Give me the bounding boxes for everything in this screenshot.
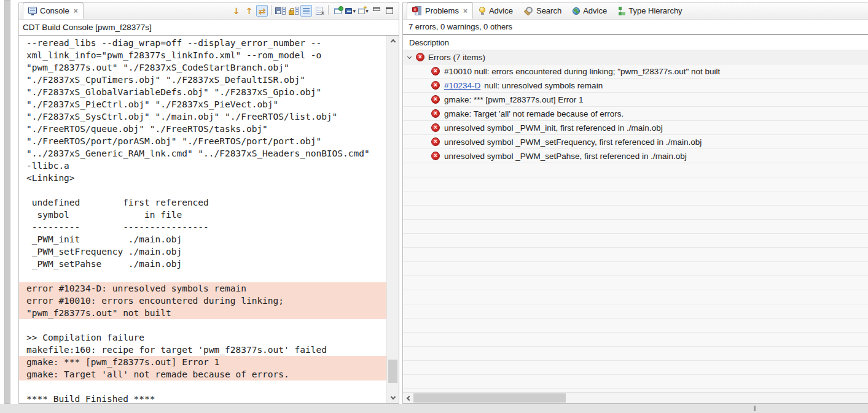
display-selected-console-button[interactable]: ▾ — [345, 5, 356, 17]
empty-row — [403, 304, 868, 318]
problems-view: × Problems × Advice Search Advice Type H… — [402, 2, 868, 404]
empty-row — [403, 206, 868, 220]
tab-advice-web[interactable]: Advice — [568, 2, 612, 19]
advice-tab-label: Advice — [489, 6, 513, 15]
next-error-button[interactable]: ↓ — [230, 5, 242, 17]
word-wrap-button[interactable] — [300, 5, 312, 17]
problem-text: unresolved symbol _PWM_init, first refer… — [444, 123, 663, 133]
console-vertical-scrollbar[interactable] — [386, 36, 399, 403]
problem-row[interactable]: ×#10234-Dnull: unresolved symbols remain — [403, 79, 868, 93]
show-error-in-context-button[interactable]: ⇄ — [256, 5, 268, 17]
error-icon: × — [431, 67, 440, 75]
close-icon[interactable]: × — [463, 7, 467, 15]
scrollbar-thumb[interactable] — [388, 360, 397, 383]
search-tab-label: Search — [536, 6, 561, 15]
maximize-icon — [386, 7, 393, 14]
chevron-down-icon[interactable] — [407, 54, 412, 58]
errors-group-label: Errors (7 items) — [428, 53, 485, 62]
up-arrow-icon: ↑ — [246, 7, 253, 15]
console-line: <Linking> — [19, 172, 386, 184]
scroll-down-button[interactable] — [387, 393, 399, 403]
console-line: "./FreeRTOS/queue.obj" "./FreeRTOS/tasks… — [19, 123, 386, 135]
console-tab-label: Console — [40, 6, 69, 15]
empty-row — [403, 177, 868, 191]
console-error-line[interactable]: gmake: Target 'all' not remade because o… — [19, 368, 386, 380]
open-console-button[interactable]: ▾ — [358, 5, 369, 17]
clear-page-icon — [316, 7, 323, 15]
console-line — [19, 319, 386, 331]
tab-advice-ccs[interactable]: Advice — [474, 2, 518, 19]
problem-row[interactable]: ×gmake: Target 'all' not remade because … — [403, 107, 868, 121]
minimize-icon — [373, 7, 380, 11]
problem-row[interactable]: ×#10010 null: errors encountered during … — [403, 64, 868, 79]
window-bottom-strip — [0, 404, 868, 413]
console-line: "./F2837xS_CpuTimers.obj" "./F2837xS_Def… — [19, 74, 386, 86]
problem-description: unresolved symbol _PWM_setPahse, first r… — [444, 152, 687, 161]
scroll-left-button[interactable] — [403, 393, 413, 403]
save-console-button[interactable] — [275, 5, 286, 17]
console-error-line[interactable]: error #10234-D: unresolved symbols remai… — [19, 282, 386, 295]
console-line: _PWM_setPahse ./main.obj — [19, 258, 386, 270]
close-icon[interactable]: × — [74, 7, 78, 15]
error-badge-icon: × — [412, 7, 418, 12]
description-column-header[interactable]: Description — [403, 35, 868, 50]
console-line: makefile:160: recipe for target 'pwm_f28… — [19, 344, 386, 356]
problems-tree: Description × Errors (7 items) ×#10010 n… — [403, 34, 868, 392]
console-error-line[interactable]: "pwm_f28377s.out" not built — [19, 307, 386, 319]
tab-console[interactable]: Console × — [23, 2, 84, 19]
console-line: "./F2837xS_GlobalVariableDefs.obj" "./F2… — [19, 86, 386, 98]
empty-row — [403, 262, 868, 276]
console-line: symbol in file — [19, 209, 386, 221]
console-error-line[interactable]: error #10010: errors encountered during … — [19, 295, 386, 307]
problem-text: gmake: *** [pwm_f28377s.out] Error 1 — [444, 95, 584, 104]
console-line: -llibc.a — [19, 160, 386, 172]
problem-row[interactable]: ×unresolved symbol _PWM_setPahse, first … — [403, 149, 868, 163]
lightbulb-icon — [479, 7, 485, 13]
pin-console-button[interactable] — [332, 5, 343, 17]
problems-horizontal-scrollbar[interactable] — [403, 392, 868, 403]
problems-tabbar: × Problems × Advice Search Advice Type H… — [403, 2, 868, 20]
clear-console-button[interactable] — [313, 5, 325, 17]
problems-tab-label: Problems — [425, 6, 459, 15]
error-icon: × — [431, 152, 440, 160]
previous-error-button[interactable]: ↑ — [243, 5, 255, 17]
scrollbar-thumb[interactable] — [413, 393, 566, 403]
console-column-icon — [295, 7, 299, 15]
problem-row[interactable]: ×unresolved symbol _PWM_init, first refe… — [403, 121, 868, 135]
maximize-button[interactable] — [383, 5, 395, 17]
console-line — [19, 184, 386, 196]
sash-grip — [754, 406, 756, 411]
error-icon: × — [416, 53, 424, 61]
console-line: undefined first referenced — [19, 196, 386, 209]
console-line: "./FreeRTOS/port/porASM.obj" "./FreeRTOS… — [19, 135, 386, 147]
chevron-down-icon: ▾ — [353, 8, 356, 14]
console-line: "./F2837xS_PieCtrl.obj" "./F2837xS_PieVe… — [19, 98, 386, 110]
empty-row — [403, 318, 868, 333]
errors-group-row[interactable]: × Errors (7 items) — [403, 50, 868, 64]
tab-type-hierarchy[interactable]: Type Hierarchy — [613, 2, 687, 19]
problem-row[interactable]: ×unresolved symbol _PWM_setFrequency, fi… — [403, 135, 868, 149]
console-line: _PWM_setFrequency ./main.obj — [19, 245, 386, 258]
problem-description: gmake: *** [pwm_f28377s.out] Error 1 — [444, 95, 584, 104]
error-code-link[interactable]: #10234-D — [444, 81, 480, 90]
problem-row[interactable]: ×gmake: *** [pwm_f28377s.out] Error 1 — [403, 93, 868, 107]
empty-row — [403, 333, 868, 347]
empty-row — [403, 361, 868, 375]
tab-search[interactable]: Search — [519, 2, 566, 19]
problems-icon: × — [412, 6, 422, 15]
scroll-up-button[interactable] — [387, 36, 399, 46]
console-line: --reread_libs --diag_wrap=off --display_… — [19, 37, 386, 49]
empty-row — [403, 248, 868, 262]
problem-text: gmake: Target 'all' not remade because o… — [444, 109, 624, 118]
minimize-button[interactable] — [370, 5, 382, 17]
floppy-icon — [275, 7, 281, 14]
type-hierarchy-tab-label: Type Hierarchy — [628, 6, 682, 15]
tab-problems[interactable]: × Problems × — [407, 2, 473, 19]
console-output: --reread_libs --diag_wrap=off --display_… — [19, 37, 386, 403]
console-error-line[interactable]: gmake: *** [pwm_f28377s.out] Error 1 — [19, 356, 386, 368]
empty-row — [403, 347, 868, 361]
scroll-lock-button[interactable] — [287, 5, 299, 17]
console-line: "pwm_f28377s.out" "./F2837xS_CodeStartBr… — [19, 61, 386, 74]
empty-row — [403, 163, 868, 177]
left-view-rail — [4, 0, 10, 404]
